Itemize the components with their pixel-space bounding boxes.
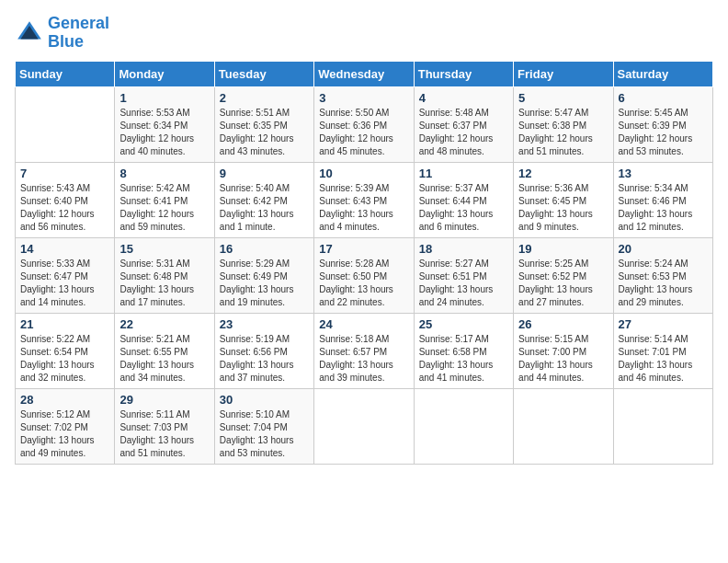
day-header-wednesday: Wednesday bbox=[314, 61, 414, 86]
day-detail: Sunrise: 5:19 AM Sunset: 6:56 PM Dayligh… bbox=[220, 333, 309, 385]
calendar-header: SundayMondayTuesdayWednesdayThursdayFrid… bbox=[16, 61, 713, 86]
week-row-3: 21Sunrise: 5:22 AM Sunset: 6:54 PM Dayli… bbox=[16, 313, 713, 388]
calendar-cell: 6Sunrise: 5:45 AM Sunset: 6:39 PM Daylig… bbox=[613, 86, 712, 162]
day-number: 30 bbox=[220, 393, 309, 407]
day-number: 12 bbox=[518, 167, 608, 180]
calendar-cell: 11Sunrise: 5:37 AM Sunset: 6:44 PM Dayli… bbox=[414, 162, 513, 237]
day-detail: Sunrise: 5:27 AM Sunset: 6:51 PM Dayligh… bbox=[419, 258, 508, 309]
day-detail: Sunrise: 5:14 AM Sunset: 7:01 PM Dayligh… bbox=[619, 333, 708, 385]
day-number: 23 bbox=[220, 317, 309, 331]
calendar-cell: 21Sunrise: 5:22 AM Sunset: 6:54 PM Dayli… bbox=[16, 313, 115, 388]
day-number: 1 bbox=[119, 91, 209, 105]
calendar-cell: 30Sunrise: 5:10 AM Sunset: 7:04 PM Dayli… bbox=[214, 388, 313, 464]
calendar-cell: 12Sunrise: 5:36 AM Sunset: 6:45 PM Dayli… bbox=[514, 162, 613, 237]
calendar-cell: 29Sunrise: 5:11 AM Sunset: 7:03 PM Dayli… bbox=[115, 388, 214, 464]
day-header-monday: Monday bbox=[115, 61, 214, 86]
week-row-4: 28Sunrise: 5:12 AM Sunset: 7:02 PM Dayli… bbox=[16, 388, 713, 464]
calendar-cell bbox=[414, 388, 513, 464]
calendar-cell: 7Sunrise: 5:43 AM Sunset: 6:40 PM Daylig… bbox=[16, 162, 115, 237]
day-number: 17 bbox=[319, 242, 408, 256]
logo-icon bbox=[15, 18, 44, 48]
day-number: 16 bbox=[220, 242, 309, 256]
day-header-tuesday: Tuesday bbox=[214, 61, 313, 86]
day-detail: Sunrise: 5:25 AM Sunset: 6:52 PM Dayligh… bbox=[518, 258, 608, 309]
calendar-cell: 9Sunrise: 5:40 AM Sunset: 6:42 PM Daylig… bbox=[214, 162, 313, 237]
day-detail: Sunrise: 5:39 AM Sunset: 6:43 PM Dayligh… bbox=[319, 182, 408, 234]
calendar-cell: 4Sunrise: 5:48 AM Sunset: 6:37 PM Daylig… bbox=[414, 86, 513, 162]
week-row-1: 7Sunrise: 5:43 AM Sunset: 6:40 PM Daylig… bbox=[16, 162, 713, 237]
day-number: 5 bbox=[518, 91, 608, 105]
calendar-cell: 26Sunrise: 5:15 AM Sunset: 7:00 PM Dayli… bbox=[514, 313, 613, 388]
day-header-friday: Friday bbox=[514, 61, 613, 86]
day-detail: Sunrise: 5:10 AM Sunset: 7:04 PM Dayligh… bbox=[220, 408, 309, 460]
calendar-cell: 10Sunrise: 5:39 AM Sunset: 6:43 PM Dayli… bbox=[314, 162, 414, 237]
calendar-cell: 14Sunrise: 5:33 AM Sunset: 6:47 PM Dayli… bbox=[16, 237, 115, 313]
day-number: 29 bbox=[119, 393, 209, 407]
day-detail: Sunrise: 5:48 AM Sunset: 6:37 PM Dayligh… bbox=[419, 107, 508, 158]
day-detail: Sunrise: 5:22 AM Sunset: 6:54 PM Dayligh… bbox=[20, 333, 109, 385]
logo: General Blue bbox=[15, 15, 109, 52]
day-detail: Sunrise: 5:50 AM Sunset: 6:36 PM Dayligh… bbox=[319, 107, 408, 158]
calendar-cell: 2Sunrise: 5:51 AM Sunset: 6:35 PM Daylig… bbox=[214, 86, 313, 162]
calendar-table: SundayMondayTuesdayWednesdayThursdayFrid… bbox=[15, 61, 713, 465]
day-detail: Sunrise: 5:29 AM Sunset: 6:49 PM Dayligh… bbox=[220, 258, 309, 309]
day-number: 4 bbox=[419, 91, 508, 105]
day-detail: Sunrise: 5:31 AM Sunset: 6:48 PM Dayligh… bbox=[119, 258, 209, 309]
day-detail: Sunrise: 5:42 AM Sunset: 6:41 PM Dayligh… bbox=[119, 182, 209, 234]
day-number: 20 bbox=[619, 242, 708, 256]
day-number: 25 bbox=[419, 317, 508, 331]
calendar-cell: 8Sunrise: 5:42 AM Sunset: 6:41 PM Daylig… bbox=[115, 162, 214, 237]
day-header-sunday: Sunday bbox=[16, 61, 115, 86]
day-number: 22 bbox=[119, 317, 209, 331]
day-number: 28 bbox=[20, 393, 109, 407]
day-detail: Sunrise: 5:37 AM Sunset: 6:44 PM Dayligh… bbox=[419, 182, 508, 234]
logo-text: General Blue bbox=[48, 15, 109, 52]
day-number: 15 bbox=[119, 242, 209, 256]
calendar-cell: 19Sunrise: 5:25 AM Sunset: 6:52 PM Dayli… bbox=[514, 237, 613, 313]
calendar-cell: 27Sunrise: 5:14 AM Sunset: 7:01 PM Dayli… bbox=[613, 313, 712, 388]
week-row-2: 14Sunrise: 5:33 AM Sunset: 6:47 PM Dayli… bbox=[16, 237, 713, 313]
calendar-cell: 28Sunrise: 5:12 AM Sunset: 7:02 PM Dayli… bbox=[16, 388, 115, 464]
day-header-thursday: Thursday bbox=[414, 61, 513, 86]
day-detail: Sunrise: 5:34 AM Sunset: 6:46 PM Dayligh… bbox=[619, 182, 708, 234]
day-number: 6 bbox=[619, 91, 708, 105]
day-detail: Sunrise: 5:17 AM Sunset: 6:58 PM Dayligh… bbox=[419, 333, 508, 385]
day-number: 8 bbox=[119, 167, 209, 180]
day-number: 11 bbox=[419, 167, 508, 180]
days-of-week-row: SundayMondayTuesdayWednesdayThursdayFrid… bbox=[16, 61, 713, 86]
week-row-0: 1Sunrise: 5:53 AM Sunset: 6:34 PM Daylig… bbox=[16, 86, 713, 162]
day-detail: Sunrise: 5:18 AM Sunset: 6:57 PM Dayligh… bbox=[319, 333, 408, 385]
day-detail: Sunrise: 5:11 AM Sunset: 7:03 PM Dayligh… bbox=[119, 408, 209, 460]
day-number: 9 bbox=[220, 167, 309, 180]
day-detail: Sunrise: 5:36 AM Sunset: 6:45 PM Dayligh… bbox=[518, 182, 608, 234]
day-detail: Sunrise: 5:21 AM Sunset: 6:55 PM Dayligh… bbox=[119, 333, 209, 385]
day-number: 21 bbox=[20, 317, 109, 331]
calendar-cell: 16Sunrise: 5:29 AM Sunset: 6:49 PM Dayli… bbox=[214, 237, 313, 313]
calendar-cell: 3Sunrise: 5:50 AM Sunset: 6:36 PM Daylig… bbox=[314, 86, 414, 162]
calendar-cell: 5Sunrise: 5:47 AM Sunset: 6:38 PM Daylig… bbox=[514, 86, 613, 162]
calendar-cell: 20Sunrise: 5:24 AM Sunset: 6:53 PM Dayli… bbox=[613, 237, 712, 313]
day-header-saturday: Saturday bbox=[613, 61, 712, 86]
day-detail: Sunrise: 5:15 AM Sunset: 7:00 PM Dayligh… bbox=[518, 333, 608, 385]
calendar-cell: 18Sunrise: 5:27 AM Sunset: 6:51 PM Dayli… bbox=[414, 237, 513, 313]
calendar-body: 1Sunrise: 5:53 AM Sunset: 6:34 PM Daylig… bbox=[16, 86, 713, 464]
day-number: 27 bbox=[619, 317, 708, 331]
day-number: 26 bbox=[518, 317, 608, 331]
calendar-cell: 24Sunrise: 5:18 AM Sunset: 6:57 PM Dayli… bbox=[314, 313, 414, 388]
calendar-cell: 25Sunrise: 5:17 AM Sunset: 6:58 PM Dayli… bbox=[414, 313, 513, 388]
day-detail: Sunrise: 5:40 AM Sunset: 6:42 PM Dayligh… bbox=[220, 182, 309, 234]
day-detail: Sunrise: 5:28 AM Sunset: 6:50 PM Dayligh… bbox=[319, 258, 408, 309]
header: General Blue bbox=[15, 15, 713, 52]
calendar-cell: 13Sunrise: 5:34 AM Sunset: 6:46 PM Dayli… bbox=[613, 162, 712, 237]
calendar-cell: 1Sunrise: 5:53 AM Sunset: 6:34 PM Daylig… bbox=[115, 86, 214, 162]
day-number: 3 bbox=[319, 91, 408, 105]
day-number: 10 bbox=[319, 167, 408, 180]
day-number: 2 bbox=[220, 91, 309, 105]
day-number: 14 bbox=[20, 242, 109, 256]
day-detail: Sunrise: 5:24 AM Sunset: 6:53 PM Dayligh… bbox=[619, 258, 708, 309]
day-detail: Sunrise: 5:43 AM Sunset: 6:40 PM Dayligh… bbox=[20, 182, 109, 234]
calendar-cell: 15Sunrise: 5:31 AM Sunset: 6:48 PM Dayli… bbox=[115, 237, 214, 313]
day-detail: Sunrise: 5:33 AM Sunset: 6:47 PM Dayligh… bbox=[20, 258, 109, 309]
calendar-cell: 23Sunrise: 5:19 AM Sunset: 6:56 PM Dayli… bbox=[214, 313, 313, 388]
calendar-cell: 22Sunrise: 5:21 AM Sunset: 6:55 PM Dayli… bbox=[115, 313, 214, 388]
